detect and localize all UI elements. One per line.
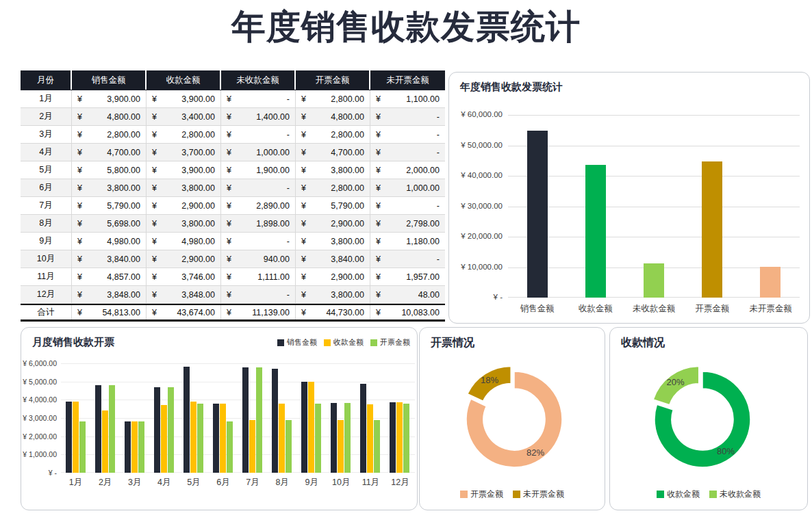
amount-cell[interactable]: ¥3,800.00 (72, 179, 147, 196)
x-tick-label: 12月 (385, 477, 415, 488)
month-cell[interactable]: 8月 (21, 215, 72, 232)
amount-value: 3,848.00 (181, 290, 215, 300)
amount-cell[interactable]: ¥- (221, 179, 296, 196)
currency-symbol: ¥ (152, 166, 157, 175)
monthly-bar-销售金额-6月 (213, 404, 219, 473)
amount-cell[interactable]: ¥- (221, 233, 296, 250)
currency-symbol: ¥ (376, 219, 381, 229)
amount-cell[interactable]: ¥3,800.00 (296, 161, 370, 179)
month-cell[interactable]: 9月 (21, 233, 72, 250)
amount-cell[interactable]: ¥1,900.00 (221, 161, 296, 179)
month-cell[interactable]: 11月 (21, 268, 72, 285)
amount-cell[interactable]: ¥- (221, 286, 296, 303)
month-cell[interactable]: 3月 (21, 126, 72, 143)
amount-cell[interactable]: ¥- (221, 90, 296, 107)
amount-cell[interactable]: ¥3,840.00 (72, 250, 147, 267)
amount-cell[interactable]: ¥2,800.00 (296, 126, 370, 143)
amount-cell[interactable]: ¥1,180.00 (370, 233, 445, 250)
amount-cell[interactable]: ¥2,900.00 (147, 197, 221, 214)
month-cell[interactable]: 6月 (21, 179, 72, 196)
amount-cell[interactable]: ¥3,746.00 (147, 268, 221, 285)
amount-cell[interactable]: ¥2,900.00 (296, 215, 370, 232)
amount-cell[interactable]: ¥4,857.00 (72, 268, 147, 285)
summary-table: 月份销售金额收款金额未收款金额开票金额未开票金额1月¥3,900.00¥3,90… (21, 70, 445, 322)
amount-cell[interactable]: ¥1,898.00 (221, 215, 296, 232)
month-cell[interactable]: 合计 (21, 305, 72, 319)
table-row: 4月¥4,700.00¥3,700.00¥1,000.00¥4,700.00¥- (21, 144, 445, 161)
amount-cell[interactable]: ¥3,800.00 (296, 233, 370, 250)
amount-cell[interactable]: ¥3,900.00 (147, 161, 221, 179)
amount-cell[interactable]: ¥4,980.00 (72, 233, 147, 250)
amount-cell[interactable]: ¥3,800.00 (147, 215, 221, 232)
amount-cell[interactable]: ¥2,890.00 (221, 197, 296, 214)
amount-cell[interactable]: ¥5,790.00 (296, 197, 370, 214)
amount-cell[interactable]: ¥4,700.00 (72, 144, 147, 161)
amount-cell[interactable]: ¥3,700.00 (147, 144, 221, 161)
amount-cell[interactable]: ¥11,139.00 (221, 305, 296, 319)
header-cell[interactable]: 收款金额 (147, 70, 221, 90)
month-cell[interactable]: 5月 (21, 161, 72, 179)
amount-cell[interactable]: ¥4,980.00 (147, 233, 221, 250)
amount-cell[interactable]: ¥1,000.00 (370, 179, 445, 196)
amount-cell[interactable]: ¥2,800.00 (296, 90, 370, 107)
header-cell[interactable]: 销售金额 (72, 70, 147, 90)
x-tick-label: 9月 (297, 477, 327, 488)
amount-cell[interactable]: ¥44,730.00 (296, 305, 370, 319)
amount-cell[interactable]: ¥2,800.00 (296, 179, 370, 196)
amount-cell[interactable]: ¥54,813.00 (72, 305, 147, 319)
amount-cell[interactable]: ¥4,700.00 (296, 144, 370, 161)
amount-cell[interactable]: ¥- (370, 250, 445, 267)
amount-cell[interactable]: ¥3,800.00 (147, 179, 221, 196)
amount-cell[interactable]: ¥5,698.00 (72, 215, 147, 232)
amount-cell[interactable]: ¥2,900.00 (296, 268, 370, 285)
amount-cell[interactable]: ¥1,957.00 (370, 268, 445, 285)
amount-cell[interactable]: ¥- (370, 108, 445, 125)
amount-cell[interactable]: ¥48.00 (370, 286, 445, 303)
amount-cell[interactable]: ¥1,000.00 (221, 144, 296, 161)
amount-value: 11,139.00 (252, 308, 290, 317)
month-cell[interactable]: 12月 (21, 286, 72, 303)
amount-cell[interactable]: ¥- (370, 197, 445, 214)
month-cell[interactable]: 2月 (21, 108, 72, 125)
header-cell[interactable]: 未开票金额 (370, 70, 445, 90)
amount-cell[interactable]: ¥43,674.00 (147, 305, 221, 319)
amount-cell[interactable]: ¥5,800.00 (72, 161, 147, 179)
header-cell[interactable]: 未收款金额 (221, 70, 296, 90)
table-row: 1月¥3,900.00¥3,900.00¥-¥2,800.00¥1,100.00 (21, 90, 445, 108)
amount-cell[interactable]: ¥1,100.00 (370, 90, 445, 107)
amount-cell[interactable]: ¥4,800.00 (72, 108, 147, 125)
month-cell[interactable]: 10月 (21, 250, 72, 267)
amount-cell[interactable]: ¥940.00 (221, 250, 296, 267)
currency-symbol: ¥ (376, 183, 381, 193)
month-cell[interactable]: 7月 (21, 197, 72, 214)
amount-cell[interactable]: ¥3,840.00 (296, 250, 370, 267)
amount-cell[interactable]: ¥5,790.00 (72, 197, 147, 214)
amount-cell[interactable]: ¥- (370, 126, 445, 143)
amount-cell[interactable]: ¥2,800.00 (147, 126, 221, 143)
amount-cell[interactable]: ¥1,111.00 (221, 268, 296, 285)
amount-cell[interactable]: ¥2,800.00 (72, 126, 147, 143)
amount-cell[interactable]: ¥10,083.00 (370, 305, 445, 319)
amount-cell[interactable]: ¥3,900.00 (147, 90, 221, 107)
month-cell[interactable]: 1月 (21, 90, 72, 107)
currency-symbol: ¥ (301, 130, 306, 140)
amount-cell[interactable]: ¥2,000.00 (370, 161, 445, 179)
amount-cell[interactable]: ¥2,900.00 (147, 250, 221, 267)
amount-cell[interactable]: ¥- (370, 144, 445, 161)
invoice-donut-chart: 82%18% (420, 351, 605, 485)
legend-item: 收款金额 (324, 337, 364, 348)
amount-cell[interactable]: ¥3,400.00 (147, 108, 221, 125)
amount-cell[interactable]: ¥3,800.00 (296, 286, 370, 303)
table-row: 6月¥3,800.00¥3,800.00¥-¥2,800.00¥1,000.00 (21, 179, 445, 197)
amount-cell[interactable]: ¥3,848.00 (72, 286, 147, 303)
amount-cell[interactable]: ¥3,900.00 (72, 90, 147, 107)
month-cell[interactable]: 4月 (21, 144, 72, 161)
table-row-total: 合计¥54,813.00¥43,674.00¥11,139.00¥44,730.… (21, 304, 445, 322)
amount-cell[interactable]: ¥- (221, 126, 296, 143)
amount-cell[interactable]: ¥3,848.00 (147, 286, 221, 303)
amount-cell[interactable]: ¥4,800.00 (296, 108, 370, 125)
header-cell[interactable]: 月份 (21, 70, 72, 90)
amount-cell[interactable]: ¥2,798.00 (370, 215, 445, 232)
header-cell[interactable]: 开票金额 (296, 70, 370, 90)
amount-cell[interactable]: ¥1,400.00 (221, 108, 296, 125)
